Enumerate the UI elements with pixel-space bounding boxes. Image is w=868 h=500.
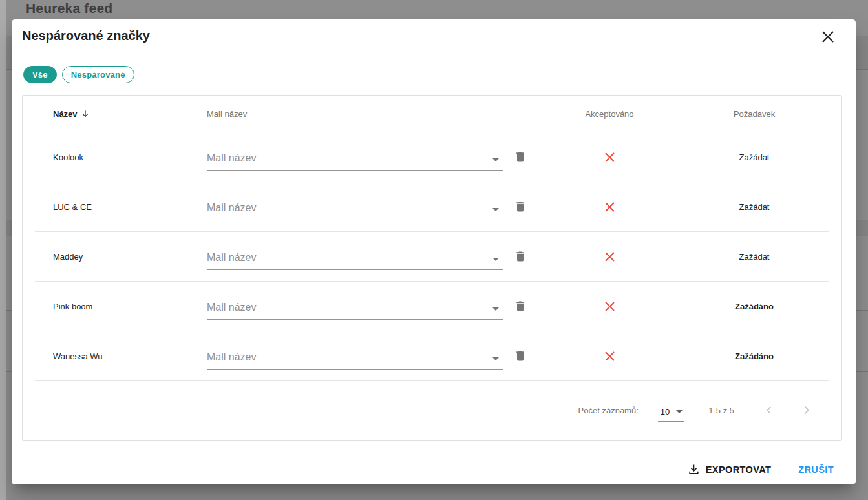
column-header-name-label: Název: [53, 109, 78, 119]
table-body: Koolook Mall název Zažádat LUC & CE Ma: [23, 132, 841, 381]
dialog-actions: EXPORTOVAT ZRUŠIT: [688, 463, 834, 475]
request-action: Zažádáno: [680, 351, 829, 361]
filter-chip-unpaired[interactable]: Nespárované: [62, 66, 134, 83]
chevron-down-icon: [492, 208, 499, 211]
not-accepted-icon: [604, 152, 615, 163]
mall-name-select[interactable]: Mall název: [207, 143, 503, 171]
mall-name-select[interactable]: Mall název: [207, 193, 503, 220]
delete-button[interactable]: [509, 295, 531, 317]
trash-icon: [514, 349, 527, 362]
filter-chips: Vše Nespárované: [23, 66, 134, 83]
table-header: Název Mall název Akceptováno Požadavek: [35, 96, 829, 132]
sort-descending-icon: [81, 109, 90, 118]
trash-icon: [514, 300, 527, 313]
dialog-title: Nespárované značky: [22, 28, 150, 43]
next-page-button[interactable]: [799, 402, 814, 418]
table-row: Pink boom Mall název Zažádáno: [35, 282, 829, 331]
request-action: Zažádáno: [680, 302, 829, 311]
brand-name: Maddey: [35, 252, 207, 262]
chevron-down-icon: [492, 307, 499, 311]
brand-name: Pink boom: [35, 302, 207, 311]
not-accepted-icon: [604, 301, 615, 312]
chevron-left-icon: [763, 404, 775, 416]
delete-button[interactable]: [509, 146, 531, 168]
brand-name: LUC & CE: [35, 202, 207, 212]
rows-per-page-label: Počet záznamů:: [578, 406, 639, 415]
mall-select-placeholder: Mall název: [207, 351, 256, 363]
mall-select-placeholder: Mall název: [207, 252, 256, 264]
table-row: Wanessa Wu Mall název Zažádáno: [35, 331, 829, 381]
close-button[interactable]: [817, 26, 839, 48]
mall-select-placeholder: Mall název: [207, 202, 256, 214]
request-action[interactable]: Zažádat: [680, 152, 829, 162]
column-header-request: Požadavek: [680, 109, 829, 119]
not-accepted-icon: [604, 202, 615, 213]
delete-button[interactable]: [509, 196, 531, 218]
filter-chip-all[interactable]: Vše: [23, 66, 57, 83]
chevron-down-icon: [492, 158, 499, 161]
trash-icon: [514, 250, 527, 263]
pagination-bar: Počet záznamů: 10 1-5 z 5: [35, 381, 829, 439]
not-accepted-icon: [604, 251, 615, 262]
pagination-range: 1-5 z 5: [708, 406, 734, 415]
chevron-down-icon: [676, 410, 683, 413]
mall-name-select[interactable]: Mall název: [207, 293, 503, 320]
close-icon: [821, 30, 835, 44]
trash-icon: [514, 200, 527, 213]
chevron-down-icon: [492, 357, 499, 360]
table-row: Maddey Mall název Zažádat: [35, 232, 829, 282]
delete-button[interactable]: [509, 345, 531, 367]
request-action[interactable]: Zažádat: [680, 202, 829, 212]
background-scrollbar: [0, 0, 6, 500]
table-row: Koolook Mall název Zažádat: [35, 132, 829, 182]
unpaired-brands-dialog: Nespárované značky Vše Nespárované Název…: [12, 19, 856, 484]
brand-name: Wanessa Wu: [35, 351, 207, 361]
table-row: LUC & CE Mall název Zažádat: [35, 182, 829, 232]
column-header-name[interactable]: Název: [35, 109, 207, 119]
previous-page-button[interactable]: [761, 402, 777, 418]
download-icon: [688, 463, 700, 475]
mall-name-select[interactable]: Mall název: [207, 243, 503, 270]
rows-per-page-select[interactable]: 10: [658, 407, 684, 422]
column-header-accepted: Akceptováno: [539, 109, 680, 119]
mall-name-select[interactable]: Mall název: [207, 342, 503, 370]
mall-select-placeholder: Mall název: [207, 302, 256, 313]
rows-per-page-value: 10: [661, 407, 670, 417]
chevron-right-icon: [801, 404, 812, 416]
brand-name: Koolook: [35, 152, 207, 162]
export-button-label: EXPORTOVAT: [706, 464, 772, 475]
trash-icon: [514, 151, 527, 163]
background-page-title: Heureka feed: [26, 1, 112, 16]
column-header-mall-name: Mall název: [207, 109, 503, 119]
cancel-button[interactable]: ZRUŠIT: [798, 464, 834, 475]
export-button[interactable]: EXPORTOVAT: [688, 463, 772, 475]
delete-button[interactable]: [509, 245, 531, 267]
request-action[interactable]: Zažádat: [680, 252, 829, 262]
brands-table: Název Mall název Akceptováno Požadavek K…: [22, 95, 842, 441]
not-accepted-icon: [604, 351, 615, 362]
mall-select-placeholder: Mall název: [207, 152, 256, 164]
chevron-down-icon: [492, 258, 499, 261]
